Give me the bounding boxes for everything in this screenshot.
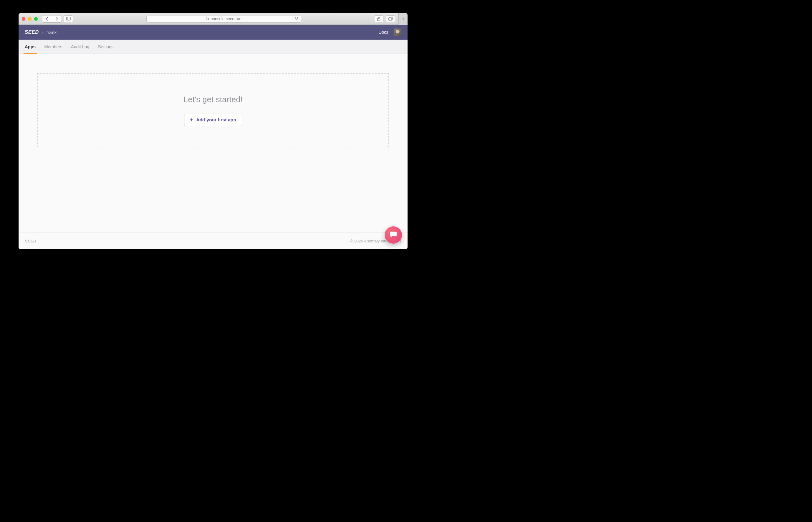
browser-toolbar: console.seed.run [19, 13, 408, 25]
chat-icon [389, 230, 397, 240]
window-controls [22, 17, 38, 21]
breadcrumb-org[interactable]: frank [46, 30, 57, 35]
reload-icon[interactable] [295, 16, 298, 21]
tab-settings[interactable]: Settings [98, 40, 114, 54]
tab-label: Apps [25, 44, 36, 49]
url-text: console.seed.run [211, 16, 242, 21]
minimize-window-button[interactable] [28, 17, 32, 21]
add-app-button-label: Add your first app [196, 117, 236, 122]
nav-buttons [42, 15, 61, 23]
footer-brand: SEED [25, 239, 36, 243]
tab-label: Audit Log [71, 44, 89, 49]
docs-link[interactable]: Docs [378, 30, 388, 35]
brand-logo[interactable]: SEED [25, 29, 39, 35]
back-button[interactable] [42, 16, 52, 22]
tab-apps[interactable]: Apps [25, 40, 36, 54]
main-content: Let's get started! + Add your first app [19, 54, 408, 233]
svg-rect-5 [389, 18, 392, 20]
tab-bar: Apps Members Audit Log Settings [19, 40, 408, 54]
plus-icon: + [190, 117, 193, 123]
footer: SEED © 2020 Anomaly Innovations [19, 233, 408, 249]
svg-rect-0 [66, 17, 70, 20]
lock-icon [206, 16, 209, 21]
tab-label: Members [44, 44, 62, 49]
avatar[interactable] [394, 28, 401, 36]
browser-window: console.seed.run SEED › frank Docs A [19, 13, 408, 249]
tabs-overview-button[interactable] [386, 16, 395, 22]
close-window-button[interactable] [22, 17, 25, 21]
tab-members[interactable]: Members [44, 40, 62, 54]
tab-label: Settings [98, 44, 114, 49]
maximize-window-button[interactable] [34, 17, 38, 21]
svg-rect-2 [206, 18, 208, 20]
new-tab-button[interactable] [398, 13, 408, 25]
url-bar[interactable]: console.seed.run [146, 15, 301, 23]
app-header: SEED › frank Docs [19, 25, 408, 40]
share-button[interactable] [374, 16, 383, 22]
toolbar-right [374, 16, 395, 22]
empty-state: Let's get started! + Add your first app [37, 73, 389, 147]
forward-button[interactable] [52, 16, 61, 22]
empty-state-title: Let's get started! [184, 95, 243, 104]
chat-fab[interactable] [384, 226, 402, 244]
tab-audit-log[interactable]: Audit Log [71, 40, 89, 54]
breadcrumb-separator: › [42, 30, 43, 35]
sidebar-toggle-button[interactable] [64, 16, 73, 22]
add-app-button[interactable]: + Add your first app [184, 114, 242, 126]
url-bar-container: console.seed.run [76, 15, 372, 23]
